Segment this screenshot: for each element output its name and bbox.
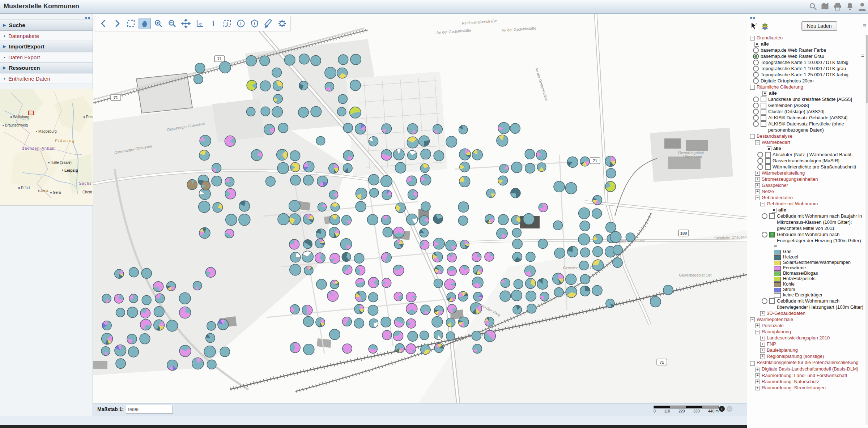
pie-marker[interactable] — [140, 308, 150, 318]
pie-marker[interactable] — [290, 151, 300, 161]
collapse-node-icon[interactable]: − — [750, 317, 755, 322]
pie-marker[interactable] — [420, 331, 429, 340]
layer-label[interactable]: alle — [769, 90, 864, 96]
layer-label[interactable]: Topografische Karte 1:10.000 / DTK farbi… — [761, 59, 864, 65]
layer-label[interactable]: Topografische Karte 1:25.000 / DTK farbi… — [761, 72, 864, 78]
pie-marker[interactable] — [284, 55, 295, 65]
pie-marker[interactable] — [290, 342, 301, 352]
panel-scrollbar[interactable] — [865, 35, 868, 425]
collapse-node-icon[interactable]: − — [755, 140, 760, 145]
pie-marker[interactable] — [406, 292, 416, 302]
select-info-button[interactable]: i — [221, 18, 233, 29]
pie-marker[interactable] — [355, 124, 366, 134]
pie-marker[interactable] — [433, 124, 442, 134]
layer-label[interactable]: Gemeinden [AGS8] — [768, 102, 864, 108]
map-viewport[interactable]: 71717118871 ReichsstraßenstraßeAn der Ge… — [93, 14, 747, 403]
layer-label[interactable]: Cluster (Ortslage) [AGS20] — [768, 108, 864, 115]
pie-marker[interactable] — [369, 137, 378, 146]
layer-menu-icon[interactable]: ≡ — [861, 53, 864, 59]
overview-map[interactable]: WolfsburgBraunschweigMagdeburgPotsdFlämi… — [0, 89, 93, 206]
expand-node-icon[interactable]: + — [755, 386, 760, 390]
pie-marker[interactable] — [154, 307, 164, 317]
pie-marker[interactable] — [512, 239, 522, 249]
pie-marker[interactable] — [537, 163, 546, 171]
pie-marker[interactable] — [343, 163, 352, 173]
copyright-icon[interactable]: © — [727, 406, 732, 412]
layer-label[interactable]: Raumordnung: Stromleitungen — [762, 385, 864, 391]
layer-label[interactable]: Gebäude mit Wohnraum nach Energieträger … — [777, 231, 864, 244]
collapse-node-icon[interactable]: − — [750, 361, 755, 366]
expand-node-icon[interactable]: + — [755, 171, 760, 176]
pie-marker[interactable] — [212, 176, 222, 186]
layer-label[interactable]: Gebäudedaten — [762, 194, 864, 201]
expand-node-icon[interactable]: + — [760, 311, 765, 316]
pan-button[interactable] — [139, 18, 151, 29]
pie-marker[interactable] — [580, 221, 590, 231]
pie-marker[interactable] — [226, 214, 237, 225]
reload-button[interactable]: Neu Laden — [801, 21, 837, 31]
pie-marker[interactable] — [434, 151, 444, 161]
pie-marker[interactable] — [650, 296, 661, 307]
pie-marker[interactable] — [408, 331, 418, 341]
layer-label[interactable]: Grundkarten — [757, 35, 864, 41]
pie-marker[interactable] — [433, 238, 444, 249]
pie-marker[interactable] — [434, 330, 443, 339]
pie-marker[interactable] — [316, 229, 326, 239]
pie-marker[interactable] — [370, 188, 379, 197]
pie-marker[interactable] — [580, 248, 590, 257]
pie-marker[interactable] — [264, 124, 275, 135]
layer-label[interactable]: basemap.de Web Raster Farbe — [761, 47, 864, 53]
layer-label[interactable]: Landkreise und kreisfreie Städte [AGS5] — [768, 96, 864, 102]
pie-marker[interactable] — [350, 107, 361, 118]
pie-marker[interactable] — [261, 107, 270, 116]
layer-radio[interactable] — [753, 47, 759, 53]
pie-marker[interactable] — [316, 279, 327, 289]
pie-marker[interactable] — [513, 305, 522, 314]
pie-marker[interactable] — [444, 279, 455, 290]
pie-marker[interactable] — [329, 214, 340, 225]
pie-marker[interactable] — [537, 278, 548, 289]
pie-marker[interactable] — [485, 252, 494, 261]
pie-marker[interactable] — [278, 123, 288, 133]
pie-marker[interactable] — [395, 343, 404, 353]
pie-marker[interactable] — [299, 54, 310, 64]
layer-checkbox[interactable] — [761, 115, 766, 121]
pie-marker[interactable] — [381, 150, 392, 160]
pie-marker[interactable] — [553, 273, 564, 284]
pie-marker[interactable] — [116, 359, 125, 368]
pie-marker[interactable] — [129, 294, 138, 303]
pie-marker[interactable] — [485, 214, 494, 224]
pie-marker[interactable] — [421, 305, 430, 314]
pie-marker[interactable] — [311, 56, 321, 66]
pie-marker[interactable] — [128, 347, 139, 357]
layer-checkbox[interactable] — [761, 97, 766, 102]
pie-marker[interactable] — [501, 278, 510, 287]
pie-marker[interactable] — [446, 136, 457, 147]
pie-marker[interactable] — [331, 203, 339, 211]
layer-checkbox[interactable]: ✓ — [769, 232, 775, 237]
print-icon[interactable] — [833, 2, 842, 11]
pie-marker[interactable] — [525, 266, 536, 277]
pie-marker[interactable] — [290, 305, 299, 314]
zoom-extent-button[interactable] — [125, 18, 137, 29]
layer-label[interactable]: Gasverbrauchsanlagen [MaStR] — [773, 158, 864, 164]
pie-marker[interactable] — [200, 135, 211, 146]
pie-marker[interactable] — [432, 252, 443, 262]
pie-marker[interactable] — [354, 253, 364, 263]
pie-marker[interactable] — [460, 162, 470, 172]
expand-node-icon[interactable]: + — [755, 368, 760, 372]
coordinates-button[interactable]: xy — [193, 18, 206, 29]
pie-marker[interactable] — [395, 162, 406, 173]
pie-marker[interactable] — [593, 196, 602, 205]
pie-marker[interactable] — [369, 174, 379, 185]
pie-marker[interactable] — [290, 264, 301, 275]
layer-radio[interactable] — [757, 164, 763, 170]
pie-marker[interactable] — [580, 274, 590, 284]
pie-marker[interactable] — [421, 149, 431, 159]
layer-radio[interactable] — [753, 72, 759, 78]
pie-marker[interactable] — [213, 202, 222, 212]
pie-marker[interactable] — [290, 163, 300, 172]
pie-marker[interactable] — [315, 253, 326, 263]
layer-label[interactable]: Netze — [762, 188, 864, 194]
pie-marker[interactable] — [460, 265, 469, 275]
